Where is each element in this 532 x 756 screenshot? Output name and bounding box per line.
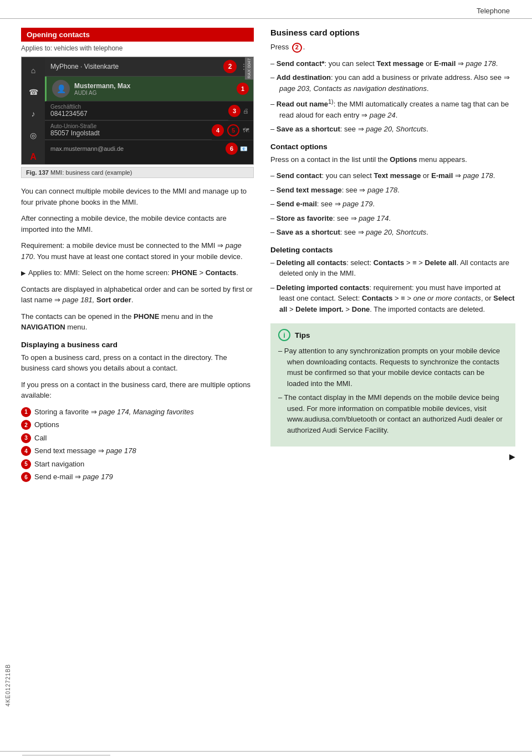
mmi-badge-2: 2 [223,60,237,73]
badge-1: 1 [237,83,249,95]
option-1-text: Storing a favorite ⇒ page 174, Managing … [34,407,194,418]
deleting-dash-list: Deleting all contacts: select: Contacts … [270,257,515,315]
contact-dash-5: Save as a shortcut: see ⇒ page 20, Short… [270,227,515,238]
circle-6: 6 [21,472,31,482]
business-dash-list: Send contact*: you can select Text messa… [270,58,515,135]
body-para-4: ▶ Applies to: MMI: Select on the home sc… [21,267,254,278]
option-2-text: Options [34,419,59,430]
if-press-para: If you press on a contact in the busines… [21,379,254,401]
contact-options-intro: Press on a contact in the list until the… [270,154,515,165]
fig-caption-desc: MMI: business card (example) [50,169,132,176]
circle-3: 3 [21,433,31,443]
mmi-address-badges: 4 5 🗺 [212,121,253,140]
option-2: 2 Options [21,419,254,430]
info-icon: i [278,329,290,341]
left-margin-text: 4KE012721BB [5,664,11,707]
header-title: Telephone [477,7,510,15]
left-margin: 4KE012721BB [0,19,16,740]
display-para: To open a business card, press on a cont… [21,352,254,374]
mmi-email-row: max.mustermann@audi.de 6 📧 [45,140,253,157]
tips-box: i Tips Pay attention to any synchronizat… [270,323,515,447]
option-4-text: Send text message ⇒ page 178 [34,445,136,456]
option-3: 3 Call [21,433,254,444]
badge-1-overlay: 1 [237,83,249,95]
section-header-label: Opening contacts [27,31,90,39]
mmi-geschaeftlich-label: Geschäftlich [50,104,223,110]
mmi-contact-name: Mustermann, Max [74,82,248,90]
mmi-screen-title: MyPhone · Visitenkarte [50,63,119,70]
display-section-title: Displaying a business card [21,341,254,349]
tip-2: The contact display in the MMI depends o… [278,392,508,435]
left-column: Opening contacts Applies to: vehicles wi… [21,28,254,718]
mmi-phone-value: 0841234567 [50,110,223,118]
mmi-avatar: 👤 [52,80,70,98]
contact-options-title: Contact options [270,143,515,151]
tips-title: Tips [295,331,310,339]
press-circle: 2 [292,43,302,53]
option-5: 5 Start navigation [21,459,254,470]
mmi-contact-row: 👤 Mustermann, Max AUDI AG 1 [45,77,253,102]
fig-caption-bold: Fig. 137 [26,169,49,176]
contact-dash-2: Send text message: see ⇒ page 178. [270,185,515,196]
business-dash-4: Save as a shortcut: see ⇒ page 20, Short… [270,124,515,135]
next-arrow: ▶ [509,453,515,461]
circle-1: 1 [21,407,31,417]
next-arrow-container: ▶ [270,452,515,461]
mmi-main: Business card options MyPhone · Visitenk… [45,57,253,164]
body-para-1: You can connect multiple mobile devices … [21,186,254,207]
option-5-text: Start navigation [34,459,84,470]
business-dash-1: Send contact*: you can select Text messa… [270,58,515,69]
press-para: Press 2. [270,42,515,53]
contact-dash-1: Send contact: you can select Text messag… [270,170,515,181]
mmi-screen: ⌂ ☎ ♪ ◎ A Business card options MyPhone … [21,57,254,165]
mmi-left-bar: ⌂ ☎ ♪ ◎ A [22,57,45,164]
business-dash-2: Add destination: you can add a business … [270,72,515,94]
circle-2: 2 [21,420,31,430]
deleting-title: Deleting contacts [270,246,515,254]
mmi-detail-row-address: Auto-Union-Straße 85057 Ingolstadt 4 5 🗺 [45,121,253,140]
business-card-options-title: Business card options [270,28,515,37]
contact-dash-4: Store as favorite: see ⇒ page 174. [270,213,515,224]
contact-dash-list: Send contact: you can select Text messag… [270,170,515,238]
mmi-icon-alpha: A [25,149,41,164]
deleting-dash-2: Deleting imported contacts: requirement:… [270,282,515,315]
mmi-street-label: Auto-Union-Straße [50,123,206,129]
applies-to: Applies to: vehicles with telephone [21,44,254,52]
body-para-5: Contacts are displayed in alphabetical o… [21,284,254,306]
fig-caption: Fig. 137 MMI: business card (example) [21,167,254,178]
mmi-phone-badges: 3 🖨 [228,102,253,120]
mmi-email-value: max.mustermann@audi.de [50,145,226,152]
option-1: 1 Storing a favorite ⇒ page 174, Managin… [21,407,254,418]
business-dash-3: Read out name1): the MMI automatically c… [270,97,515,120]
tip-1: Pay attention to any synchronization pro… [278,346,508,389]
circle-5: 5 [21,459,31,469]
options-list: 1 Storing a favorite ⇒ page 174, Managin… [21,407,254,483]
press-label: Press [270,43,289,51]
mmi-icon-nav: ◎ [25,128,41,143]
badge-5: 5 [227,124,239,136]
badge-6: 6 [226,143,238,155]
mmi-icon-home: ⌂ [25,63,41,78]
right-column: Business card options Press 2. Send cont… [270,28,515,718]
mmi-detail-row-phone: Geschäftlich 0841234567 3 🖨 [45,102,253,121]
body-para-3: Requirement: a mobile device must be con… [21,240,254,262]
badge-3: 3 [228,105,241,117]
section-header-box: Opening contacts [21,28,254,42]
mmi-icon-music: ♪ [25,106,41,121]
option-6-text: Send e-mail ⇒ page 179 [34,471,113,483]
rax-tag: RAX 0047 [245,57,253,79]
body-para-2: After connecting a mobile device, the mo… [21,213,254,235]
circle-4: 4 [21,446,31,456]
option-4: 4 Send text message ⇒ page 178 [21,445,254,456]
option-3-text: Call [34,433,47,444]
contact-dash-3: Send e-mail: see ⇒ page 179. [270,199,515,210]
mmi-city-value: 85057 Ingolstadt [50,129,206,137]
mmi-icon-phone: ☎ [25,84,41,99]
mmi-phone-detail: Geschäftlich 0841234567 [45,102,228,120]
badge-4: 4 [212,124,224,136]
page-header: Telephone [0,0,532,19]
mmi-address-detail: Auto-Union-Straße 85057 Ingolstadt [45,121,212,140]
tips-header: i Tips [278,329,508,341]
option-6: 6 Send e-mail ⇒ page 179 [21,471,254,483]
mmi-email-badges: 6 📧 [226,143,248,155]
